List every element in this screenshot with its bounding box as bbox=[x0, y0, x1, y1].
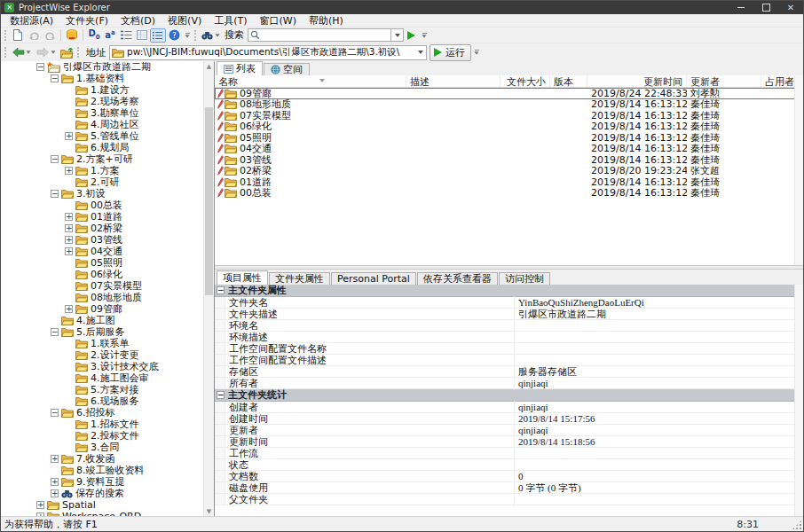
toolbar-overflow-icon[interactable] bbox=[474, 50, 479, 55]
search-go-icon[interactable] bbox=[407, 31, 415, 40]
folder-icon bbox=[75, 223, 88, 233]
tree-item[interactable]: 2.可研 bbox=[1, 176, 214, 188]
tab-依存关系查看器[interactable]: 依存关系查看器 bbox=[417, 272, 498, 285]
toolbar-grip[interactable] bbox=[4, 47, 6, 58]
folder-icon bbox=[225, 177, 237, 187]
tree-expander-icon[interactable]: − bbox=[51, 190, 59, 198]
table-row[interactable]: 00总装2019/8/14 16:13:12秦佳琦 bbox=[215, 188, 795, 200]
interface-icon[interactable] bbox=[118, 28, 134, 43]
pencil-icon bbox=[217, 99, 224, 109]
toolbar-grip[interactable] bbox=[4, 30, 6, 41]
folder-icon bbox=[75, 419, 88, 429]
column-header-占用者[interactable]: 占用者 bbox=[761, 75, 795, 87]
menu-item[interactable]: 视图(V) bbox=[162, 14, 208, 27]
tree-expander-icon[interactable]: + bbox=[65, 132, 73, 140]
scroll-down-icon[interactable]: ▼ bbox=[204, 506, 214, 516]
property-row[interactable]: 所有者qinjiaqi bbox=[215, 378, 795, 389]
properties-tabstrip: 项目属性文件夹属性Personal Portal依存关系查看器访问控制 bbox=[215, 270, 803, 285]
tab-列表[interactable]: 列表 bbox=[217, 61, 263, 75]
tree-expander-icon[interactable]: + bbox=[65, 167, 73, 175]
group-expander-icon[interactable]: − bbox=[217, 286, 225, 294]
help-icon[interactable]: ? bbox=[166, 28, 182, 43]
tree-expander-icon[interactable]: − bbox=[51, 328, 59, 336]
property-row-gutter bbox=[215, 402, 225, 412]
standard-toolbar: D0 aa ? 搜索 bbox=[1, 27, 803, 43]
tree-expander-icon[interactable]: − bbox=[51, 409, 59, 417]
column-header-描述[interactable]: 描述 bbox=[406, 75, 501, 87]
folder-icon bbox=[75, 108, 88, 118]
find-icon[interactable] bbox=[200, 28, 221, 43]
cell-updated_by: 秦佳琦 bbox=[687, 186, 761, 200]
group-expander-icon[interactable]: − bbox=[217, 391, 225, 399]
toolbar-overflow-icon[interactable] bbox=[422, 33, 427, 38]
tree-scrollbar[interactable]: ▲ ▼ bbox=[203, 61, 214, 516]
list-scrollbar[interactable] bbox=[794, 75, 803, 265]
tree-expander-icon[interactable]: − bbox=[36, 63, 44, 71]
folder-icon bbox=[75, 235, 88, 245]
details-view-icon[interactable] bbox=[134, 28, 150, 43]
tree-expander-icon[interactable]: + bbox=[51, 455, 59, 463]
menu-item[interactable]: 数据源(A) bbox=[4, 14, 59, 27]
rename-icon[interactable]: aa bbox=[102, 28, 118, 43]
menu-item[interactable]: 文件夹(F) bbox=[59, 14, 114, 27]
folder-icon bbox=[75, 143, 88, 153]
datasource-icon[interactable] bbox=[64, 28, 80, 43]
scroll-thumb[interactable] bbox=[205, 107, 213, 295]
toolbar-overflow-icon[interactable] bbox=[185, 33, 190, 38]
tree-expander-icon[interactable]: + bbox=[65, 224, 73, 232]
property-row[interactable]: 父文件夹 bbox=[215, 494, 795, 505]
tree-expander-icon[interactable]: + bbox=[65, 213, 73, 221]
tab-Personal Portal[interactable]: Personal Portal bbox=[331, 272, 416, 285]
back-dropdown-icon[interactable] bbox=[26, 51, 30, 53]
toolbar-grip[interactable] bbox=[194, 30, 196, 41]
tab-文件夹属性[interactable]: 文件夹属性 bbox=[269, 272, 330, 285]
cell-updated: 2019/8/14 16:13:12 bbox=[587, 110, 687, 121]
column-header-更新者[interactable]: 更新者 bbox=[687, 75, 761, 87]
folder-icon bbox=[75, 246, 88, 256]
tab-访问控制[interactable]: 访问控制 bbox=[499, 272, 550, 285]
column-header-名称[interactable]: 名称 bbox=[215, 75, 406, 87]
properties-scrollbar[interactable] bbox=[794, 285, 803, 516]
go-up-icon[interactable] bbox=[59, 45, 75, 59]
column-header-版本[interactable]: 版本 bbox=[550, 75, 587, 87]
tree-expander-icon[interactable]: − bbox=[51, 155, 59, 163]
minimize-button[interactable] bbox=[729, 1, 753, 14]
menu-item[interactable]: 文档(D) bbox=[114, 14, 162, 27]
tree-expander-icon[interactable]: + bbox=[36, 501, 44, 509]
folder-icon bbox=[75, 200, 88, 210]
list-view-icon[interactable] bbox=[150, 28, 166, 43]
close-button[interactable]: ✕ bbox=[778, 1, 803, 14]
tree-item[interactable]: +Spatial bbox=[1, 499, 214, 511]
toolbar-grip[interactable] bbox=[77, 47, 79, 58]
search-input[interactable] bbox=[248, 28, 391, 42]
cell-updated: 2019/8/14 16:13:12 bbox=[587, 154, 687, 166]
tree-expander-icon[interactable]: + bbox=[51, 478, 59, 486]
menu-item[interactable]: 窗口(W) bbox=[254, 14, 303, 27]
tree-expander-icon[interactable]: − bbox=[51, 74, 59, 82]
new-document-icon[interactable] bbox=[10, 28, 26, 43]
address-input[interactable]: pw:\\JNCJ-BIM:fuwuqi\Documents\引爆区市政道路二期… bbox=[109, 45, 427, 60]
run-button[interactable]: 运行 bbox=[430, 44, 471, 61]
property-row-gutter bbox=[215, 471, 225, 481]
folder-icon bbox=[75, 293, 88, 302]
pencil-icon bbox=[217, 111, 224, 121]
menu-item[interactable]: 工具(T) bbox=[208, 14, 253, 27]
tree-expander-icon[interactable]: + bbox=[51, 489, 59, 497]
tree-expander-icon[interactable]: + bbox=[65, 236, 73, 244]
column-header-文件大小[interactable]: 文件大小 bbox=[501, 75, 550, 87]
column-header-更新时间[interactable]: 更新时间 bbox=[587, 75, 687, 87]
tree-expander-icon[interactable]: + bbox=[65, 305, 73, 313]
tree-expander-icon[interactable]: + bbox=[65, 247, 73, 255]
tab-项目属性[interactable]: 项目属性 bbox=[217, 270, 268, 285]
tab-空间[interactable]: 空间 bbox=[264, 63, 310, 75]
address-dropdown-button[interactable] bbox=[414, 46, 426, 59]
back-icon[interactable] bbox=[10, 45, 26, 59]
scroll-up-icon[interactable]: ▲ bbox=[204, 61, 214, 71]
maximize-button[interactable] bbox=[753, 1, 778, 14]
search-dropdown-button[interactable] bbox=[391, 28, 404, 42]
tree-item[interactable]: +保存的搜索 bbox=[1, 488, 214, 499]
undo-icon bbox=[26, 28, 42, 43]
forward-dropdown-icon[interactable] bbox=[51, 51, 55, 53]
menu-item[interactable]: 帮助(H) bbox=[303, 14, 350, 27]
attributes-icon[interactable]: D0 bbox=[86, 28, 102, 43]
